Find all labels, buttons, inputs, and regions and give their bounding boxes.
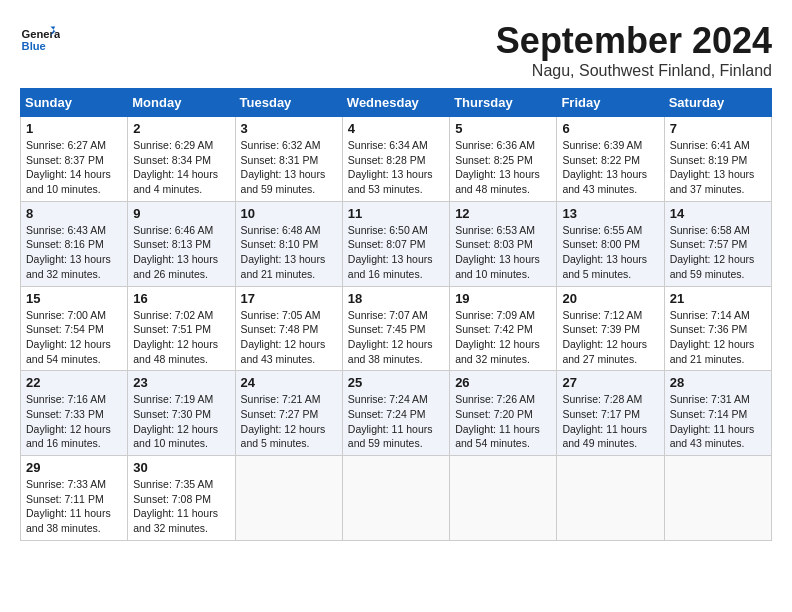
table-row: 10 Sunrise: 6:48 AM Sunset: 8:10 PM Dayl… <box>235 201 342 286</box>
day-info: Sunrise: 7:26 AM Sunset: 7:20 PM Dayligh… <box>455 392 551 451</box>
day-info: Sunrise: 6:50 AM Sunset: 8:07 PM Dayligh… <box>348 223 444 282</box>
day-number: 23 <box>133 375 229 390</box>
day-number: 12 <box>455 206 551 221</box>
day-number: 14 <box>670 206 766 221</box>
day-number: 24 <box>241 375 337 390</box>
table-row: 16 Sunrise: 7:02 AM Sunset: 7:51 PM Dayl… <box>128 286 235 371</box>
day-info: Sunrise: 6:48 AM Sunset: 8:10 PM Dayligh… <box>241 223 337 282</box>
svg-text:General: General <box>22 28 60 40</box>
day-info: Sunrise: 7:21 AM Sunset: 7:27 PM Dayligh… <box>241 392 337 451</box>
col-saturday: Saturday <box>664 89 771 117</box>
day-number: 16 <box>133 291 229 306</box>
table-row <box>664 456 771 541</box>
table-row: 28 Sunrise: 7:31 AM Sunset: 7:14 PM Dayl… <box>664 371 771 456</box>
table-row: 4 Sunrise: 6:34 AM Sunset: 8:28 PM Dayli… <box>342 117 449 202</box>
logo-icon: General Blue <box>20 20 60 60</box>
day-info: Sunrise: 6:46 AM Sunset: 8:13 PM Dayligh… <box>133 223 229 282</box>
day-number: 21 <box>670 291 766 306</box>
table-row: 6 Sunrise: 6:39 AM Sunset: 8:22 PM Dayli… <box>557 117 664 202</box>
calendar-week-row: 8 Sunrise: 6:43 AM Sunset: 8:16 PM Dayli… <box>21 201 772 286</box>
table-row: 30 Sunrise: 7:35 AM Sunset: 7:08 PM Dayl… <box>128 456 235 541</box>
table-row: 19 Sunrise: 7:09 AM Sunset: 7:42 PM Dayl… <box>450 286 557 371</box>
calendar-table: Sunday Monday Tuesday Wednesday Thursday… <box>20 88 772 541</box>
calendar-week-row: 29 Sunrise: 7:33 AM Sunset: 7:11 PM Dayl… <box>21 456 772 541</box>
day-info: Sunrise: 7:19 AM Sunset: 7:30 PM Dayligh… <box>133 392 229 451</box>
svg-text:Blue: Blue <box>22 40 46 52</box>
title-area: September 2024 Nagu, Southwest Finland, … <box>496 20 772 80</box>
table-row: 22 Sunrise: 7:16 AM Sunset: 7:33 PM Dayl… <box>21 371 128 456</box>
page-header: General Blue September 2024 Nagu, Southw… <box>20 20 772 80</box>
day-info: Sunrise: 7:16 AM Sunset: 7:33 PM Dayligh… <box>26 392 122 451</box>
day-number: 26 <box>455 375 551 390</box>
table-row: 7 Sunrise: 6:41 AM Sunset: 8:19 PM Dayli… <box>664 117 771 202</box>
day-info: Sunrise: 7:31 AM Sunset: 7:14 PM Dayligh… <box>670 392 766 451</box>
table-row: 15 Sunrise: 7:00 AM Sunset: 7:54 PM Dayl… <box>21 286 128 371</box>
day-info: Sunrise: 6:32 AM Sunset: 8:31 PM Dayligh… <box>241 138 337 197</box>
table-row: 21 Sunrise: 7:14 AM Sunset: 7:36 PM Dayl… <box>664 286 771 371</box>
day-info: Sunrise: 6:41 AM Sunset: 8:19 PM Dayligh… <box>670 138 766 197</box>
table-row: 14 Sunrise: 6:58 AM Sunset: 7:57 PM Dayl… <box>664 201 771 286</box>
table-row: 25 Sunrise: 7:24 AM Sunset: 7:24 PM Dayl… <box>342 371 449 456</box>
day-number: 17 <box>241 291 337 306</box>
calendar-week-row: 22 Sunrise: 7:16 AM Sunset: 7:33 PM Dayl… <box>21 371 772 456</box>
month-title: September 2024 <box>496 20 772 62</box>
table-row <box>450 456 557 541</box>
col-sunday: Sunday <box>21 89 128 117</box>
day-info: Sunrise: 7:05 AM Sunset: 7:48 PM Dayligh… <box>241 308 337 367</box>
table-row <box>557 456 664 541</box>
table-row: 24 Sunrise: 7:21 AM Sunset: 7:27 PM Dayl… <box>235 371 342 456</box>
day-info: Sunrise: 7:28 AM Sunset: 7:17 PM Dayligh… <box>562 392 658 451</box>
day-number: 22 <box>26 375 122 390</box>
day-info: Sunrise: 6:58 AM Sunset: 7:57 PM Dayligh… <box>670 223 766 282</box>
table-row: 11 Sunrise: 6:50 AM Sunset: 8:07 PM Dayl… <box>342 201 449 286</box>
table-row: 26 Sunrise: 7:26 AM Sunset: 7:20 PM Dayl… <box>450 371 557 456</box>
day-info: Sunrise: 7:12 AM Sunset: 7:39 PM Dayligh… <box>562 308 658 367</box>
col-tuesday: Tuesday <box>235 89 342 117</box>
day-number: 20 <box>562 291 658 306</box>
table-row: 27 Sunrise: 7:28 AM Sunset: 7:17 PM Dayl… <box>557 371 664 456</box>
table-row: 9 Sunrise: 6:46 AM Sunset: 8:13 PM Dayli… <box>128 201 235 286</box>
table-row: 8 Sunrise: 6:43 AM Sunset: 8:16 PM Dayli… <box>21 201 128 286</box>
day-number: 18 <box>348 291 444 306</box>
day-number: 19 <box>455 291 551 306</box>
table-row: 12 Sunrise: 6:53 AM Sunset: 8:03 PM Dayl… <box>450 201 557 286</box>
table-row <box>342 456 449 541</box>
calendar-week-row: 15 Sunrise: 7:00 AM Sunset: 7:54 PM Dayl… <box>21 286 772 371</box>
day-info: Sunrise: 7:35 AM Sunset: 7:08 PM Dayligh… <box>133 477 229 536</box>
day-info: Sunrise: 6:36 AM Sunset: 8:25 PM Dayligh… <box>455 138 551 197</box>
table-row: 23 Sunrise: 7:19 AM Sunset: 7:30 PM Dayl… <box>128 371 235 456</box>
table-row: 3 Sunrise: 6:32 AM Sunset: 8:31 PM Dayli… <box>235 117 342 202</box>
day-number: 3 <box>241 121 337 136</box>
day-info: Sunrise: 6:39 AM Sunset: 8:22 PM Dayligh… <box>562 138 658 197</box>
day-info: Sunrise: 7:33 AM Sunset: 7:11 PM Dayligh… <box>26 477 122 536</box>
day-number: 5 <box>455 121 551 136</box>
day-number: 1 <box>26 121 122 136</box>
col-thursday: Thursday <box>450 89 557 117</box>
day-info: Sunrise: 6:53 AM Sunset: 8:03 PM Dayligh… <box>455 223 551 282</box>
day-number: 15 <box>26 291 122 306</box>
day-info: Sunrise: 7:02 AM Sunset: 7:51 PM Dayligh… <box>133 308 229 367</box>
day-info: Sunrise: 6:43 AM Sunset: 8:16 PM Dayligh… <box>26 223 122 282</box>
calendar-week-row: 1 Sunrise: 6:27 AM Sunset: 8:37 PM Dayli… <box>21 117 772 202</box>
day-info: Sunrise: 7:24 AM Sunset: 7:24 PM Dayligh… <box>348 392 444 451</box>
day-number: 13 <box>562 206 658 221</box>
calendar-header-row: Sunday Monday Tuesday Wednesday Thursday… <box>21 89 772 117</box>
day-info: Sunrise: 6:34 AM Sunset: 8:28 PM Dayligh… <box>348 138 444 197</box>
table-row <box>235 456 342 541</box>
day-number: 25 <box>348 375 444 390</box>
day-number: 7 <box>670 121 766 136</box>
table-row: 18 Sunrise: 7:07 AM Sunset: 7:45 PM Dayl… <box>342 286 449 371</box>
day-info: Sunrise: 6:27 AM Sunset: 8:37 PM Dayligh… <box>26 138 122 197</box>
day-info: Sunrise: 7:07 AM Sunset: 7:45 PM Dayligh… <box>348 308 444 367</box>
table-row: 2 Sunrise: 6:29 AM Sunset: 8:34 PM Dayli… <box>128 117 235 202</box>
day-number: 2 <box>133 121 229 136</box>
table-row: 29 Sunrise: 7:33 AM Sunset: 7:11 PM Dayl… <box>21 456 128 541</box>
day-info: Sunrise: 6:29 AM Sunset: 8:34 PM Dayligh… <box>133 138 229 197</box>
day-info: Sunrise: 7:14 AM Sunset: 7:36 PM Dayligh… <box>670 308 766 367</box>
col-friday: Friday <box>557 89 664 117</box>
location-title: Nagu, Southwest Finland, Finland <box>496 62 772 80</box>
table-row: 1 Sunrise: 6:27 AM Sunset: 8:37 PM Dayli… <box>21 117 128 202</box>
day-number: 11 <box>348 206 444 221</box>
day-number: 6 <box>562 121 658 136</box>
day-info: Sunrise: 7:00 AM Sunset: 7:54 PM Dayligh… <box>26 308 122 367</box>
